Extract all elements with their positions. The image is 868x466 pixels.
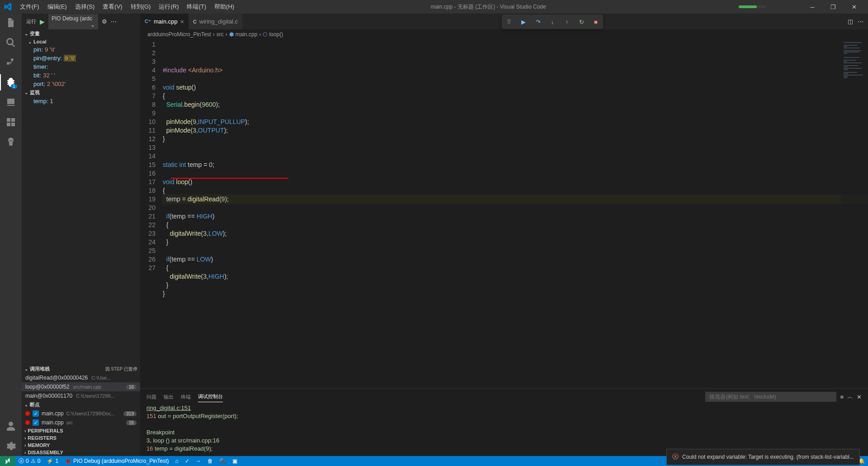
arrow-icon[interactable]: → xyxy=(193,456,204,466)
callstack-section[interactable]: ⌄调用堆栈因 STEP 已暂停 xyxy=(22,365,140,373)
scm-icon[interactable] xyxy=(5,57,16,68)
error-message: Could not expand variable: Target is exe… xyxy=(682,454,854,456)
check-icon[interactable]: ✓ xyxy=(182,456,193,466)
menu-item[interactable]: 查看(V) xyxy=(99,1,126,13)
variable-item[interactable]: port: 2 '\002' xyxy=(22,80,140,88)
watch-item[interactable]: temp: 1 xyxy=(22,97,140,105)
annotation-line xyxy=(171,178,288,179)
watch-section[interactable]: ⌄监视 xyxy=(22,88,140,97)
breadcrumb-item[interactable]: src xyxy=(217,31,224,38)
grip-icon[interactable]: ⠿ xyxy=(503,15,515,28)
menu-item[interactable]: 选择(S) xyxy=(71,1,98,13)
debug-console[interactable]: ring_digital.c:151151 out = portOutputRe… xyxy=(140,402,868,456)
restart-icon[interactable]: ↻ xyxy=(575,15,588,28)
run-label: 运行 xyxy=(26,18,36,25)
errors-status[interactable]: ⓧ 0 ⚠ 0 xyxy=(15,456,43,466)
trash-icon[interactable]: 🗑 xyxy=(204,456,216,466)
editor-tab[interactable]: C⁺main.cpp× xyxy=(140,14,189,29)
breakpoint-item[interactable]: ✓main.cppsrc16 xyxy=(22,418,140,427)
panel-tab[interactable]: 问题 xyxy=(146,392,156,402)
variable-item[interactable]: pin: 9 '\t' xyxy=(22,45,140,54)
step-out-icon[interactable]: ↑ xyxy=(561,15,573,28)
settings-icon[interactable]: ≡ xyxy=(840,394,844,400)
debug-floating-toolbar[interactable]: ⠿ ▶ ↷ ↓ ↑ ↻ ■ xyxy=(502,14,603,29)
gear-icon[interactable] xyxy=(5,441,16,452)
peripherals-section[interactable]: ›PERIPHERALS xyxy=(22,427,140,434)
error-notification[interactable]: ⓧ Could not expand variable: Target is e… xyxy=(666,449,860,456)
variable-item[interactable]: bit: 32 ' ' xyxy=(22,71,140,80)
stack-frame[interactable]: loop@0x00000f52src/main.cpp16 xyxy=(22,382,140,391)
breadcrumb-item[interactable]: ardduinoProMicro_PinTest xyxy=(147,31,211,38)
step-over-icon[interactable]: ↷ xyxy=(532,15,544,28)
variable-item[interactable]: pin@entry: 9 '\t' xyxy=(22,54,140,62)
editor-tab[interactable]: Cwiring_digital.c xyxy=(189,14,242,29)
filter-input[interactable] xyxy=(705,392,836,402)
account-icon[interactable] xyxy=(5,421,16,432)
progress-indicator xyxy=(739,5,766,8)
badge: 1 xyxy=(11,84,17,89)
debug-icon[interactable]: 1 xyxy=(5,77,16,88)
error-icon: ⓧ xyxy=(672,453,679,456)
platformio-icon[interactable] xyxy=(5,137,16,147)
bottom-panel: 问题输出终端调试控制台 ≡ ︿ ✕ ring_digital.c:151151 … xyxy=(140,388,868,456)
menu-item[interactable]: 编辑(E) xyxy=(44,1,71,13)
stop-icon[interactable]: ■ xyxy=(590,15,602,28)
activitybar: 1 xyxy=(0,14,22,456)
variables-section[interactable]: ⌄变量 xyxy=(22,29,140,38)
breadcrumb[interactable]: ardduinoProMicro_PinTest›src›⬢main.cpp›⬡… xyxy=(140,29,868,39)
stack-frame[interactable]: main@0x00001170C:\Users\17299... xyxy=(22,391,140,400)
more-actions-icon[interactable]: ⋯ xyxy=(858,18,863,25)
editor-tabs: C⁺main.cpp×Cwiring_digital.c ⠿ ▶ ↷ ↓ ↑ ↻… xyxy=(140,14,868,29)
close-button[interactable]: ✕ xyxy=(844,0,864,14)
more-icon[interactable]: ⋯ xyxy=(111,18,117,25)
debug-status[interactable]: 🐞 PIO Debug (ardduinoProMicro_PinTest) xyxy=(61,456,172,466)
close-panel-icon[interactable]: ✕ xyxy=(857,394,862,400)
memory-section[interactable]: ›MEMORY xyxy=(22,442,140,449)
home-icon[interactable]: ⌂ xyxy=(172,456,182,466)
chevron-up-icon[interactable]: ︿ xyxy=(847,393,853,401)
panel-tab[interactable]: 终端 xyxy=(181,392,191,402)
debug-toolbar-header: 运行 ▶ PIO Debug (ardc ⌄ ⚙ ⋯ xyxy=(22,14,140,29)
start-debug-icon[interactable]: ▶ xyxy=(40,18,45,25)
close-tab-icon[interactable]: × xyxy=(180,18,184,25)
plug-icon[interactable]: 🔌 xyxy=(216,456,229,466)
minimize-button[interactable]: ─ xyxy=(802,0,823,14)
breadcrumb-item[interactable]: ⬡loop() xyxy=(263,31,283,38)
menubar: 文件(F)编辑(E)选择(S)查看(V)转到(G)运行(R)终端(T)帮助(H) xyxy=(16,1,238,13)
gear-icon[interactable]: ⚙ xyxy=(102,18,107,25)
ports-status[interactable]: ⚡ 1 xyxy=(43,456,61,466)
debug-config-select[interactable]: PIO Debug (ardc ⌄ xyxy=(48,14,98,29)
panel-tab[interactable]: 输出 xyxy=(164,392,174,402)
remote-indicator[interactable] xyxy=(0,456,15,466)
search-icon[interactable] xyxy=(5,37,16,48)
stack-frame[interactable]: digitalRead@0x00000426C:\Use... xyxy=(22,373,140,382)
breakpoints-section[interactable]: ⌄断点 xyxy=(22,400,140,409)
local-scope[interactable]: ⌄Local xyxy=(22,38,140,45)
registers-section[interactable]: ›REGISTERS xyxy=(22,434,140,442)
editor-area: C⁺main.cpp×Cwiring_digital.c ⠿ ▶ ↷ ↓ ↑ ↻… xyxy=(140,14,868,456)
explorer-icon[interactable] xyxy=(5,17,16,28)
breakpoint-item[interactable]: ✓main.cppC:\Users\17299\Doc...319 xyxy=(22,409,140,418)
extensions-icon[interactable] xyxy=(5,117,16,128)
menu-item[interactable]: 帮助(H) xyxy=(211,1,238,13)
maximize-button[interactable]: ❐ xyxy=(823,0,844,14)
variable-item[interactable]: timer: xyxy=(22,62,140,71)
split-editor-icon[interactable]: ◫ xyxy=(848,18,853,25)
minimap[interactable] xyxy=(841,39,868,388)
continue-icon[interactable]: ▶ xyxy=(517,15,530,28)
menu-item[interactable]: 运行(R) xyxy=(155,1,182,13)
menu-item[interactable]: 终端(T) xyxy=(183,1,210,13)
titlebar: 文件(F)编辑(E)选择(S)查看(V)转到(G)运行(R)终端(T)帮助(H)… xyxy=(0,0,868,14)
remote-icon[interactable] xyxy=(5,97,16,108)
disassembly-section[interactable]: ›DISASSEMBLY xyxy=(22,449,140,456)
menu-item[interactable]: 转到(G) xyxy=(127,1,155,13)
vscode-logo-icon xyxy=(4,3,12,11)
debug-sidebar: 运行 ▶ PIO Debug (ardc ⌄ ⚙ ⋯ ⌄变量 ⌄Local pi… xyxy=(22,14,140,456)
terminal-icon[interactable]: ▣ xyxy=(229,456,241,466)
menu-item[interactable]: 文件(F) xyxy=(16,1,43,13)
window-title: main.cpp - 无标题 (工作区) - Visual Studio Cod… xyxy=(238,3,739,11)
panel-tab[interactable]: 调试控制台 xyxy=(198,391,223,402)
step-into-icon[interactable]: ↓ xyxy=(546,15,559,28)
breadcrumb-item[interactable]: ⬢main.cpp xyxy=(229,31,258,38)
code-editor[interactable]: 1234567891011121314151617181920212223242… xyxy=(140,39,868,388)
